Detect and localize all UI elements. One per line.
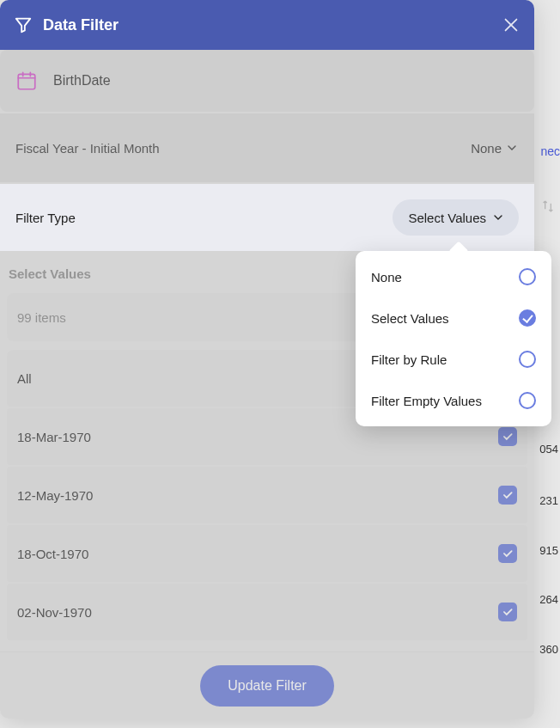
popover-option-label: Filter Empty Values <box>371 394 482 408</box>
fiscal-year-row: Fiscal Year - Initial Month None <box>0 113 534 182</box>
popover-option-filter-empty[interactable]: Filter Empty Values <box>356 380 551 421</box>
panel-title: Data Filter <box>43 16 119 34</box>
calendar-icon <box>15 70 38 92</box>
filter-type-popover: None Select Values Filter by Rule Filter… <box>356 251 551 426</box>
chevron-down-icon <box>491 211 505 224</box>
checkbox-checked[interactable] <box>498 544 517 563</box>
filter-type-row: Filter Type Select Values <box>0 184 534 251</box>
checkbox-checked[interactable] <box>498 603 517 621</box>
popover-option-label: Filter by Rule <box>371 352 447 367</box>
column-row: BirthDate <box>0 50 534 112</box>
value-label: 12-May-1970 <box>17 488 93 503</box>
filter-type-dropdown[interactable]: Select Values <box>393 199 519 236</box>
svg-rect-0 <box>18 74 35 89</box>
filter-type-label: Filter Type <box>15 211 76 225</box>
radio-unchecked[interactable] <box>519 268 536 285</box>
radio-checked[interactable] <box>519 309 536 327</box>
filter-type-value: Select Values <box>408 211 486 225</box>
radio-unchecked[interactable] <box>519 392 536 409</box>
popover-option-filter-by-rule[interactable]: Filter by Rule <box>356 339 551 380</box>
panel-header: Data Filter <box>0 0 534 50</box>
value-row[interactable]: 12-May-1970 <box>7 467 527 523</box>
popover-option-none[interactable]: None <box>356 256 551 297</box>
value-row[interactable]: 18-Oct-1970 <box>7 525 527 582</box>
funnel-icon <box>14 15 33 34</box>
value-label: 02-Nov-1970 <box>17 605 92 620</box>
fiscal-year-label: Fiscal Year - Initial Month <box>15 141 160 156</box>
close-icon[interactable] <box>502 15 520 34</box>
value-label: 18-Mar-1970 <box>17 430 91 444</box>
fiscal-year-dropdown[interactable]: None <box>471 141 519 156</box>
bg-number: 264 <box>539 593 558 606</box>
chevron-down-icon <box>505 141 519 155</box>
popover-option-label: None <box>371 270 402 284</box>
popover-option-select-values[interactable]: Select Values <box>356 297 551 339</box>
bg-partial-link[interactable]: nec <box>540 144 560 158</box>
radio-unchecked[interactable] <box>519 351 536 368</box>
fiscal-year-value: None <box>471 141 502 156</box>
bg-number: 360 <box>539 643 558 656</box>
bg-number: 231 <box>539 494 558 507</box>
value-label: All <box>17 371 32 386</box>
update-filter-button[interactable]: Update Filter <box>200 665 334 707</box>
popover-option-label: Select Values <box>371 311 449 326</box>
panel-footer: Update Filter <box>0 652 534 719</box>
checkbox-checked[interactable] <box>498 486 517 505</box>
value-row[interactable]: 02-Nov-1970 <box>7 584 527 640</box>
checkbox-checked[interactable] <box>498 427 517 446</box>
column-name: BirthDate <box>53 73 111 89</box>
value-label: 18-Oct-1970 <box>17 547 88 561</box>
bg-number: 054 <box>539 443 558 456</box>
bg-number: 915 <box>539 544 558 557</box>
sort-icon <box>541 199 555 213</box>
